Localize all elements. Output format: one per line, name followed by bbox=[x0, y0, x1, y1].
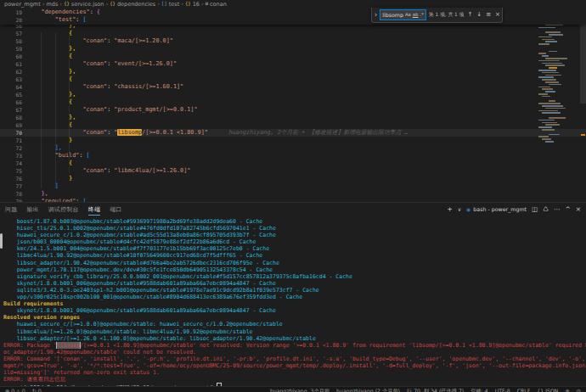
status-sync-status[interactable]: ↻ 0 bbox=[32, 388, 42, 392]
token bbox=[27, 98, 69, 105]
panel-close-icon[interactable]: × bbox=[576, 205, 581, 213]
line-text: }, bbox=[27, 68, 76, 76]
terminal-line: hisec_tls/25.0.1.b002@openubmc/stable#47… bbox=[3, 225, 586, 232]
terminal-line: vpp/v300r025c10spc002b100_001@openubmc/s… bbox=[3, 294, 586, 300]
token bbox=[27, 91, 69, 98]
panel-tab-端口[interactable]: 端口 bbox=[110, 204, 121, 216]
breadcrumb-separator: › bbox=[105, 2, 108, 8]
breadcrumb-separator: › bbox=[59, 2, 62, 8]
trash-icon[interactable]: ♺ bbox=[543, 205, 549, 213]
code-line-61[interactable]: 61 "conan": "event/[>=1.26.0]" bbox=[0, 60, 586, 68]
terminal-line: ERROR: 请查看日志信息 bbox=[3, 376, 586, 383]
code-line-70[interactable]: 70 "conan": "libsomp/[>=0.0.1 <1.80.9]" … bbox=[0, 129, 586, 137]
code-line-65[interactable]: 65 }, bbox=[0, 91, 586, 98]
terminal-line: boost/1.87.0.b003@openubmc/stable#593699… bbox=[3, 218, 586, 225]
breadcrumb-item-16[interactable]: {}16 bbox=[185, 1, 200, 8]
terminal-line: libsoc_adapter/[>=1.26.0 <1.100.0]@openu… bbox=[3, 335, 586, 342]
code-line-75[interactable]: 75 "conan": "libmc4lua/[>=1.26.0]" bbox=[0, 167, 586, 175]
panel-tab-终端[interactable]: 终端 bbox=[88, 204, 100, 216]
code-line-74[interactable]: 74 { bbox=[0, 160, 586, 167]
code-line-63[interactable]: 63 { bbox=[0, 76, 586, 83]
object-icon: {} bbox=[110, 2, 116, 7]
line-text: }, bbox=[27, 45, 76, 53]
more-actions-icon[interactable]: ⋯ bbox=[554, 205, 561, 213]
find-next-button[interactable]: ↓ bbox=[476, 12, 482, 18]
minimap-line bbox=[542, 55, 549, 57]
code-line-72[interactable]: 72 ], bbox=[0, 144, 586, 152]
split-terminal-icon[interactable]: ◫ bbox=[532, 205, 538, 213]
token bbox=[27, 137, 69, 143]
code-line-73[interactable]: 73 "build": [ bbox=[0, 152, 586, 160]
line-text: "build": [ bbox=[27, 152, 90, 160]
minimap-line bbox=[545, 31, 561, 33]
code-line-67[interactable]: 67 "conan": "product_mgmt/[>=0.0.1]" bbox=[0, 106, 586, 114]
panel-tab-输出[interactable]: 输出 bbox=[26, 204, 38, 216]
code-line-77[interactable]: 77 ] bbox=[0, 182, 586, 190]
minimap-line bbox=[538, 27, 555, 29]
minimap-line bbox=[538, 53, 546, 54]
minimap-line bbox=[549, 84, 561, 86]
close-find-icon[interactable]: × bbox=[494, 12, 501, 18]
code-line-66[interactable]: 66 { bbox=[0, 98, 586, 106]
status-problems-status[interactable]: ⊗ 0 △ 0 bbox=[5, 388, 25, 392]
breadcrumb-label: dependencies bbox=[117, 1, 155, 8]
code-line-60[interactable]: 60 { bbox=[0, 53, 586, 60]
status-indentation[interactable]: 空格: 4 bbox=[470, 388, 487, 392]
whole-word-icon[interactable]: ab bbox=[413, 13, 419, 17]
editor-pane[interactable]: 56 },57 {58 "conan": "maca/[>=1.20.0]"59… bbox=[0, 8, 586, 202]
regex-icon[interactable]: .* bbox=[420, 13, 423, 17]
token bbox=[27, 30, 69, 36]
breadcrumb-item-mds[interactable]: mds bbox=[47, 1, 59, 8]
breadcrumb-item-power_mgmt[interactable]: power_mgmt bbox=[4, 1, 41, 8]
find-in-selection-button[interactable]: ≡ bbox=[485, 12, 492, 18]
status-notifications[interactable]: ◎ bbox=[577, 388, 581, 392]
terminal-dropdown-icon[interactable]: ∨ bbox=[458, 206, 461, 212]
breadcrumb-label: mds bbox=[47, 1, 59, 8]
terminal-tab-label: bash - power_mgmt bbox=[473, 206, 527, 212]
status-cursor-position[interactable]: 行 70, 列 34 (已选择 7) bbox=[407, 388, 464, 392]
status-language-mode[interactable]: {} JSON bbox=[537, 388, 558, 392]
status-eol[interactable]: CRLF bbox=[517, 388, 531, 392]
breadcrumb-item-test[interactable]: []test bbox=[161, 1, 179, 8]
find-previous-button[interactable]: ↑ bbox=[466, 12, 473, 18]
terminal-output[interactable]: boost/1.87.0.b003@openubmc/stable#593699… bbox=[0, 216, 586, 386]
breadcrumb-item-service.json[interactable]: {}service.json bbox=[64, 1, 104, 8]
panel-maximize-icon[interactable]: ^ bbox=[565, 205, 570, 213]
status-blame-author-1[interactable]: huangzhiyang, 3个月前 bbox=[270, 388, 330, 392]
panel-tab-问题[interactable]: 问题 bbox=[5, 204, 17, 216]
code-line-62[interactable]: 62 }, bbox=[0, 68, 586, 76]
minimap-line bbox=[538, 36, 552, 38]
code-line-78[interactable]: 78 }, bbox=[0, 190, 586, 198]
minimap-line bbox=[538, 60, 560, 62]
panel-tab-调试控制台[interactable]: 调试控制台 bbox=[48, 204, 79, 216]
match-case-icon[interactable]: Aa bbox=[405, 13, 411, 17]
code-line-64[interactable]: 64 "conan": "chassis/[>=1.60.1]" bbox=[0, 83, 586, 91]
find-input[interactable]: libsomp Aa ab .* bbox=[380, 9, 426, 20]
code-line-68[interactable]: 68 }, bbox=[0, 114, 586, 121]
line-text: "test": [ bbox=[27, 16, 87, 24]
terminal-icon: ◉ bbox=[466, 206, 470, 212]
token: "conan" bbox=[82, 106, 107, 113]
status-bar: ⊗ 0 △ 0↻ 0 huangzhiyang, 3个月前huangzhiyan… bbox=[0, 386, 586, 392]
code-line-69[interactable]: 69 { bbox=[0, 121, 586, 129]
code-line-76[interactable]: 76 } bbox=[0, 175, 586, 182]
array-icon: [] bbox=[161, 2, 167, 7]
code-line-71[interactable]: 71 } bbox=[0, 137, 586, 144]
code-line-57[interactable]: 57 { bbox=[0, 30, 586, 37]
status-encoding[interactable]: UTF-8 bbox=[495, 388, 510, 392]
status-blame-author-2[interactable]: huangzhiyang (2 个月前) bbox=[336, 388, 400, 392]
terminal-tab[interactable]: ◉ bash - power_mgmt bbox=[466, 206, 527, 212]
minimap[interactable] bbox=[538, 10, 567, 148]
toggle-replace-chevron-icon[interactable]: › bbox=[375, 12, 377, 19]
minimap-line bbox=[549, 51, 557, 53]
token: { bbox=[69, 160, 72, 166]
breadcrumb-item-dependencies[interactable]: {}dependencies bbox=[110, 1, 155, 8]
code-line-58[interactable]: 58 "conan": "maca/[>=1.20.0]" bbox=[0, 37, 586, 45]
status-feedback[interactable]: ⊕ bbox=[565, 388, 569, 392]
breadcrumb-item-conan[interactable]: ⊟conan bbox=[206, 1, 227, 8]
new-terminal-icon[interactable]: + bbox=[447, 205, 452, 213]
token: }, bbox=[69, 114, 76, 120]
token bbox=[27, 167, 82, 174]
token: "dependencies" bbox=[41, 8, 89, 15]
code-line-59[interactable]: 59 }, bbox=[0, 45, 586, 53]
